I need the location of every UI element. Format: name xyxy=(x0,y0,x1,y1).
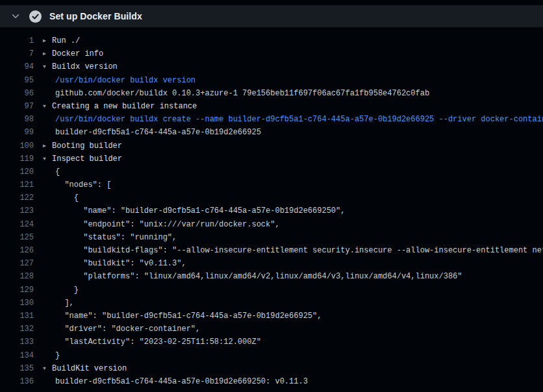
line-text: builder-d9cfb5a1-c764-445a-a57e-0b19d2e6… xyxy=(43,375,308,388)
chevron-down-icon[interactable] xyxy=(10,11,21,21)
log-line: 98 /usr/bin/docker buildx create --name … xyxy=(0,113,543,126)
line-text: /usr/bin/docker buildx version xyxy=(43,74,196,87)
line-text: Creating a new builder instance xyxy=(52,100,197,113)
log-line: 124 "endpoint": "unix:///var/run/docker.… xyxy=(0,218,543,231)
log-line: 94 ▼ Buildx version xyxy=(0,60,543,73)
line-number[interactable]: 134 xyxy=(0,349,34,362)
line-number[interactable]: 131 xyxy=(0,310,34,323)
line-text: "lastActivity": "2023-02-25T11:58:12.000… xyxy=(43,336,261,349)
line-number[interactable]: 128 xyxy=(0,270,34,283)
line-text: "name": "builder-d9cfb5a1-c764-445a-a57e… xyxy=(43,310,322,323)
log-line: 122 { xyxy=(0,191,543,204)
group-toggle-icon[interactable]: ▼ xyxy=(43,60,52,73)
line-text: Buildx version xyxy=(52,60,118,73)
log-line: 123 "name": "builder-d9cfb5a1-c764-445a-… xyxy=(0,204,543,217)
log-line: 119 ▼ Inspect builder xyxy=(0,153,543,165)
line-number[interactable]: 129 xyxy=(0,284,34,297)
line-number[interactable]: 122 xyxy=(0,191,34,204)
log-line: 132 "driver": "docker-container", xyxy=(0,323,543,336)
group-toggle-icon[interactable]: ▶ xyxy=(43,140,52,153)
line-number[interactable]: 135 xyxy=(0,362,34,375)
log-lines: 1 ▶ Run ./ 7 ▶ Docker info 94 ▼ Buildx v… xyxy=(0,34,543,388)
line-text: Docker info xyxy=(52,47,103,60)
line-text: "nodes": [ xyxy=(43,178,111,191)
line-text: BuildKit version xyxy=(52,362,127,375)
line-number[interactable]: 126 xyxy=(0,244,34,257)
line-number[interactable]: 136 xyxy=(0,375,34,388)
line-number[interactable]: 124 xyxy=(0,218,34,231)
line-text: Inspect builder xyxy=(52,153,122,165)
line-number[interactable]: 132 xyxy=(0,323,34,336)
line-text: "platforms": "linux/amd64,linux/amd64/v2… xyxy=(43,270,462,283)
line-text: "buildkitd-flags": "--allow-insecure-ent… xyxy=(43,244,543,257)
line-number[interactable]: 99 xyxy=(0,126,34,139)
line-number[interactable]: 100 xyxy=(0,140,34,153)
line-number[interactable]: 7 xyxy=(0,47,34,60)
log-line: 7 ▶ Docker info xyxy=(0,47,543,60)
line-text: builder-d9cfb5a1-c764-445a-a57e-0b19d2e6… xyxy=(43,126,261,139)
line-number[interactable]: 125 xyxy=(0,231,34,244)
line-number[interactable]: 94 xyxy=(0,60,34,73)
log-line: 130 ], xyxy=(0,297,543,310)
group-toggle-icon[interactable]: ▼ xyxy=(43,100,52,113)
line-number[interactable]: 123 xyxy=(0,204,34,217)
line-text: { xyxy=(43,165,60,178)
group-toggle-icon[interactable]: ▶ xyxy=(43,34,52,47)
line-text: github.com/docker/buildx 0.10.3+azure-1 … xyxy=(43,87,429,100)
line-number[interactable]: 95 xyxy=(0,74,34,87)
log-line: 126 "buildkitd-flags": "--allow-insecure… xyxy=(0,244,543,257)
line-number[interactable]: 96 xyxy=(0,87,34,100)
log-line: 96 github.com/docker/buildx 0.10.3+azure… xyxy=(0,87,543,100)
log-line: 131 "name": "builder-d9cfb5a1-c764-445a-… xyxy=(0,310,543,323)
line-text: ], xyxy=(43,297,74,310)
line-text: { xyxy=(43,191,79,204)
log-line: 95 /usr/bin/docker buildx version xyxy=(0,74,543,87)
line-text: } xyxy=(43,349,60,362)
line-number[interactable]: 121 xyxy=(0,178,34,191)
log-line: 129 } xyxy=(0,284,543,297)
log-line: 135 ▼ BuildKit version xyxy=(0,362,543,375)
group-toggle-icon[interactable]: ▼ xyxy=(43,153,52,165)
log-line: 134 } xyxy=(0,349,543,362)
line-text: "endpoint": "unix:///var/run/docker.sock… xyxy=(43,218,280,231)
log-line: 125 "status": "running", xyxy=(0,231,543,244)
log-line: 121 "nodes": [ xyxy=(0,178,543,191)
line-number[interactable]: 120 xyxy=(0,165,34,178)
log-line: 100 ▶ Booting builder xyxy=(0,140,543,153)
check-circle-icon xyxy=(29,10,42,23)
line-text: "name": "builder-d9cfb5a1-c764-445a-a57e… xyxy=(43,204,345,217)
line-text: "status": "running", xyxy=(43,231,177,244)
line-text: "driver": "docker-container", xyxy=(43,323,200,336)
log-line: 99 builder-d9cfb5a1-c764-445a-a57e-0b19d… xyxy=(0,126,543,139)
step-title: Set up Docker Buildx xyxy=(49,11,142,21)
line-number[interactable]: 119 xyxy=(0,153,34,165)
line-text: Booting builder xyxy=(52,140,122,153)
log-line: 133 "lastActivity": "2023-02-25T11:58:12… xyxy=(0,336,543,349)
group-toggle-icon[interactable]: ▼ xyxy=(43,362,52,375)
line-number[interactable]: 127 xyxy=(0,257,34,270)
log-line: 1 ▶ Run ./ xyxy=(0,34,543,47)
line-text: /usr/bin/docker buildx create --name bui… xyxy=(43,113,543,126)
log-viewer: 1 ▶ Run ./ 7 ▶ Docker info 94 ▼ Buildx v… xyxy=(0,27,543,388)
log-line: 97 ▼ Creating a new builder instance xyxy=(0,100,543,113)
line-text: "buildkit": "v0.11.3", xyxy=(43,257,186,270)
step-header[interactable]: Set up Docker Buildx xyxy=(0,5,543,27)
log-line: 120 { xyxy=(0,165,543,178)
line-text: Run ./ xyxy=(52,34,80,47)
line-number[interactable]: 97 xyxy=(0,100,34,113)
group-toggle-icon[interactable]: ▶ xyxy=(43,47,52,60)
log-line: 128 "platforms": "linux/amd64,linux/amd6… xyxy=(0,270,543,283)
line-number[interactable]: 98 xyxy=(0,113,34,126)
line-text: } xyxy=(43,284,79,297)
log-line: 136 builder-d9cfb5a1-c764-445a-a57e-0b19… xyxy=(0,375,543,388)
log-line: 127 "buildkit": "v0.11.3", xyxy=(0,257,543,270)
line-number[interactable]: 130 xyxy=(0,297,34,310)
line-number[interactable]: 1 xyxy=(0,34,34,47)
line-number[interactable]: 133 xyxy=(0,336,34,349)
